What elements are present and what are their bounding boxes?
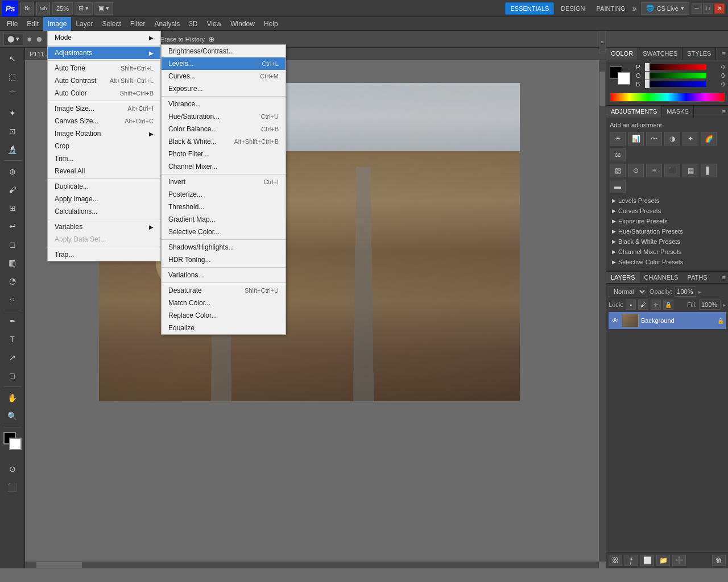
menu-image[interactable]: Image	[43, 17, 71, 31]
adj-invert-item[interactable]: Invert Ctrl+I	[162, 176, 286, 188]
adj-posterize-item[interactable]: Posterize...	[162, 188, 286, 201]
lasso-tool[interactable]: ⌒	[2, 86, 23, 103]
blue-slider-track[interactable]	[645, 81, 706, 87]
menu-analysis[interactable]: Analysis	[150, 17, 184, 31]
eyedropper-icon[interactable]: ⊕	[208, 35, 215, 44]
brightness-adj-icon[interactable]: ☀	[610, 132, 626, 146]
hand-tool[interactable]: ✋	[2, 389, 23, 406]
bw-adj-icon[interactable]: ▧	[610, 164, 626, 177]
menu-select[interactable]: Select	[97, 17, 125, 31]
vibrance-adj-icon[interactable]: ✦	[682, 132, 698, 146]
preset-bw[interactable]: ▶ Black & White Presets	[610, 236, 725, 247]
new-layer-btn[interactable]: ➕	[672, 555, 686, 566]
layers-panel-menu[interactable]: ≡	[720, 272, 728, 283]
menu-duplicate-item[interactable]: Duplicate...	[48, 180, 160, 193]
mini-logo-icon[interactable]: Mb	[36, 2, 50, 15]
color-spectrum-bar[interactable]	[610, 93, 725, 102]
blur-tool[interactable]: ◔	[2, 272, 23, 289]
zoom-dropdown[interactable]: 25%	[52, 2, 73, 15]
adj-channel-mixer-item[interactable]: Channel Mixer...	[162, 160, 286, 173]
canvas-hscrollbar[interactable]	[25, 562, 599, 568]
fill-arrow[interactable]: ▸	[723, 302, 726, 308]
blue-thumb[interactable]	[645, 80, 650, 88]
adj-variations-item[interactable]: Variations...	[162, 269, 286, 281]
lock-transparent-btn[interactable]: ▪	[626, 300, 636, 310]
clone-tool[interactable]: ⊞	[2, 199, 23, 217]
red-thumb[interactable]	[645, 63, 650, 71]
canvas-vscrollbar-thumb[interactable]	[599, 72, 605, 106]
fill-field[interactable]	[699, 300, 721, 310]
adj-gradient-map-item[interactable]: Gradient Map...	[162, 213, 286, 226]
tab-layers[interactable]: LAYERS	[606, 272, 640, 283]
eraser-tool[interactable]: ◻	[2, 236, 23, 253]
zoom-tool[interactable]: 🔍	[2, 408, 23, 425]
history-brush-tool[interactable]: ↩	[2, 218, 23, 235]
curves-adj-icon[interactable]: 〜	[646, 132, 662, 146]
menu-layer[interactable]: Layer	[71, 17, 97, 31]
menu-image-size-item[interactable]: Image Size... Alt+Ctrl+I	[48, 102, 160, 115]
path-select-tool[interactable]: ↗	[2, 349, 23, 366]
opacity-field[interactable]	[675, 286, 696, 297]
adj-bw-item[interactable]: Black & White... Alt+Shift+Ctrl+B	[162, 135, 286, 148]
tab-color[interactable]: COLOR	[606, 48, 638, 60]
screen-mode-btn[interactable]: ▣ ▾	[94, 2, 113, 15]
gradient-tool[interactable]: ▦	[2, 254, 23, 271]
menu-crop-item[interactable]: Crop	[48, 140, 160, 152]
adj-hue-sat-item[interactable]: Hue/Saturation... Ctrl+U	[162, 110, 286, 123]
color-swatches[interactable]	[2, 432, 23, 455]
channel-mix-adj-icon[interactable]: ≡	[646, 164, 662, 177]
bg-swatch[interactable]	[618, 72, 630, 85]
shape-tool[interactable]: □	[2, 367, 23, 384]
tab-adjustments[interactable]: ADJUSTMENTS	[606, 106, 662, 118]
essentials-workspace-btn[interactable]: ESSENTIALS	[505, 2, 554, 15]
opacity-arrow[interactable]: ▸	[698, 289, 701, 295]
panel-collapse-btn[interactable]: »	[599, 31, 606, 53]
new-group-btn[interactable]: 📁	[656, 555, 670, 566]
menu-view[interactable]: View	[202, 17, 226, 31]
preset-hue-sat[interactable]: ▶ Hue/Saturation Presets	[610, 226, 725, 236]
menu-trap-item[interactable]: Trap...	[48, 248, 160, 261]
menu-calculations-item[interactable]: Calculations...	[48, 205, 160, 218]
lock-position-btn[interactable]: ✛	[651, 300, 661, 310]
red-slider-track[interactable]	[645, 64, 706, 70]
adj-hdr-toning-item[interactable]: HDR Toning...	[162, 253, 286, 266]
menu-reveal-all-item[interactable]: Reveal All	[48, 165, 160, 177]
arrange-btn[interactable]: ⊞ ▾	[75, 2, 93, 15]
preset-channel-mix[interactable]: ▶ Channel Mixer Presets	[610, 247, 725, 257]
adj-brightness-contrast-item[interactable]: Brightness/Contrast...	[162, 45, 286, 57]
quick-mask-btn[interactable]: ⊙	[2, 460, 23, 477]
canvas-vscrollbar[interactable]	[599, 60, 606, 562]
marquee-tool[interactable]: ⬚	[2, 68, 23, 85]
add-style-btn[interactable]: ƒ	[624, 555, 638, 566]
menu-help[interactable]: Help	[259, 17, 283, 31]
menu-window[interactable]: Window	[226, 17, 259, 31]
adj-match-color-item[interactable]: Match Color...	[162, 297, 286, 309]
link-layers-btn[interactable]: ⛓	[609, 555, 622, 566]
color-panel-menu[interactable]: ≡	[720, 48, 728, 60]
tab-paths[interactable]: PATHS	[683, 272, 712, 283]
type-tool[interactable]: T	[2, 331, 23, 348]
green-thumb[interactable]	[645, 72, 650, 80]
tab-channels[interactable]: CHANNELS	[640, 272, 683, 283]
menu-apply-image-item[interactable]: Apply Image...	[48, 193, 160, 205]
menu-filter[interactable]: Filter	[126, 17, 150, 31]
background-color[interactable]	[9, 438, 22, 450]
blend-mode-select[interactable]: Normal Multiply Screen	[609, 286, 647, 297]
adj-exposure-item[interactable]: Exposure...	[162, 82, 286, 95]
menu-trim-item[interactable]: Trim...	[48, 152, 160, 165]
close-btn[interactable]: ✕	[714, 3, 725, 14]
adj-curves-item[interactable]: Curves... Ctrl+M	[162, 70, 286, 82]
tab-swatches[interactable]: SWATCHES	[638, 48, 682, 60]
pen-tool[interactable]: ✒	[2, 313, 23, 330]
menu-apply-data-set-item[interactable]: Apply Data Set...	[48, 233, 160, 246]
adj-threshold-item[interactable]: Threshold...	[162, 201, 286, 213]
background-layer-row[interactable]: 👁 Background 🔒	[609, 312, 726, 329]
cs-live-btn[interactable]: 🌐 CS Live ▾	[641, 2, 689, 15]
adj-levels-item[interactable]: Levels... Ctrl+L	[162, 57, 286, 70]
menu-image-rotation-item[interactable]: Image Rotation ▶	[48, 127, 160, 140]
menu-auto-color-item[interactable]: Auto Color Shift+Ctrl+B	[48, 87, 160, 99]
restore-btn[interactable]: □	[703, 3, 713, 14]
menu-auto-tone-item[interactable]: Auto Tone Shift+Ctrl+L	[48, 62, 160, 74]
adj-color-balance-item[interactable]: Color Balance... Ctrl+B	[162, 123, 286, 135]
menu-file[interactable]: File	[2, 17, 22, 31]
